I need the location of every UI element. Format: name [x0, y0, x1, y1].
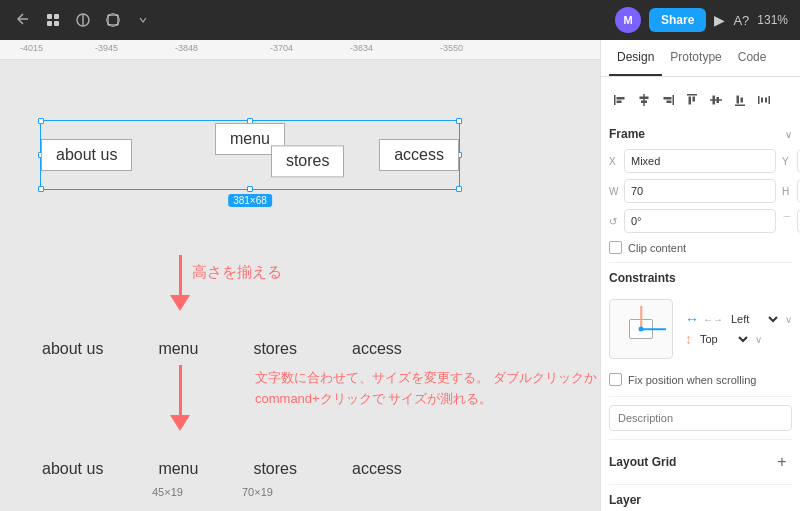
right-panel: Design Prototype Code: [600, 40, 800, 511]
layout-grid-title: Layout Grid: [609, 455, 676, 469]
ruler-mark: -4015: [20, 43, 43, 53]
align-row: [609, 85, 792, 115]
align-top-btn[interactable]: [681, 89, 703, 111]
svg-rect-23: [713, 96, 716, 105]
layer-header: Layer: [609, 493, 792, 507]
arrow-label-1: 高さを揃える: [192, 263, 282, 282]
main: -4015 -3945 -3848 -3704 -3634 -3550: [0, 40, 800, 511]
frame-arrow[interactable]: ∨: [785, 129, 792, 140]
y-group: Y: [782, 149, 800, 173]
selection-box[interactable]: about us menu stores access 381×68: [40, 120, 460, 190]
constraint-v-select[interactable]: Top Bottom Center Scale: [696, 332, 751, 346]
clip-content-label: Clip content: [628, 242, 686, 254]
svg-rect-17: [664, 97, 672, 100]
w-label: W: [609, 186, 621, 197]
svg-rect-1: [54, 14, 59, 19]
constraint-h-arrow: ↔: [685, 311, 699, 327]
frame-icon[interactable]: [102, 9, 124, 31]
x-label: X: [609, 156, 621, 167]
bottom-row: about us menu stores access: [42, 460, 402, 478]
panel-body: Frame ∨ X Y W: [601, 77, 800, 511]
a-button[interactable]: A?: [733, 13, 749, 28]
nav-item-access[interactable]: access: [379, 139, 459, 171]
comment-text: 文字数に合わせて、サイズを変更する。 ダブルクリックかcommand+クリックで…: [255, 368, 600, 410]
constraint-h-row: ↔ ←→ Left Right Center Scale ∨: [685, 311, 792, 327]
description-input[interactable]: [609, 405, 792, 431]
flat-nav-menu: menu: [158, 340, 198, 358]
tab-design[interactable]: Design: [609, 40, 662, 76]
svg-rect-13: [643, 94, 645, 106]
ruler-mark: -3945: [95, 43, 118, 53]
divider-4: [609, 484, 792, 485]
svg-rect-31: [765, 98, 767, 103]
arrow-head-1: [170, 295, 190, 311]
x-input[interactable]: [624, 149, 776, 173]
handle-bm[interactable]: [247, 186, 253, 192]
avatar[interactable]: M: [615, 7, 641, 33]
svg-rect-26: [737, 96, 740, 104]
handle-tr[interactable]: [456, 118, 462, 124]
svg-rect-15: [641, 101, 647, 104]
zoom-level[interactable]: 131%: [757, 13, 788, 27]
distribute-btn[interactable]: [753, 89, 775, 111]
nav-item-about-us[interactable]: about us: [41, 139, 132, 171]
align-left-btn[interactable]: [609, 89, 631, 111]
canvas[interactable]: -4015 -3945 -3848 -3704 -3634 -3550: [0, 40, 600, 511]
constraint-h-label: ←→: [703, 314, 723, 325]
align-bottom-btn[interactable]: [729, 89, 751, 111]
corner-label: ⌒: [782, 214, 794, 228]
handle-tl[interactable]: [38, 118, 44, 124]
flat-nav-about-us: about us: [42, 340, 103, 358]
share-button[interactable]: Share: [649, 8, 706, 32]
theme-icon[interactable]: [72, 9, 94, 31]
align-center-v-btn[interactable]: [705, 89, 727, 111]
svg-rect-2: [47, 21, 52, 26]
bot-nav-about-us: about us: [42, 460, 103, 478]
svg-rect-16: [673, 95, 675, 105]
svg-rect-22: [710, 99, 722, 101]
size-caption-2: 70×19: [242, 486, 273, 498]
ruler-mark: -3704: [270, 43, 293, 53]
toolbar-right: M Share ▶ A? 131%: [615, 7, 788, 33]
w-group: W: [609, 179, 776, 203]
component-icon[interactable]: [42, 9, 64, 31]
arrow-1: 高さを揃える: [170, 255, 190, 311]
corner-group: ⌒: [782, 209, 800, 233]
xy-row: X Y: [609, 149, 792, 173]
back-icon[interactable]: [12, 9, 34, 31]
tab-prototype[interactable]: Prototype: [662, 40, 729, 76]
w-input[interactable]: [624, 179, 776, 203]
svg-rect-29: [769, 96, 771, 104]
add-layout-grid-btn[interactable]: +: [772, 452, 792, 472]
dropdown-icon[interactable]: [132, 9, 154, 31]
play-button[interactable]: ▶: [714, 12, 725, 28]
rotation-group: ↺: [609, 209, 776, 233]
svg-rect-28: [758, 96, 760, 104]
svg-rect-21: [693, 97, 696, 102]
divider-1: [609, 262, 792, 263]
align-center-h-btn[interactable]: [633, 89, 655, 111]
rotation-input[interactable]: [624, 209, 776, 233]
fix-scroll-label: Fix position when scrolling: [628, 374, 756, 386]
flat-nav-stores: stores: [253, 340, 297, 358]
constraint-h-select[interactable]: Left Right Center Scale: [727, 312, 781, 326]
svg-rect-24: [717, 97, 720, 103]
svg-rect-9: [117, 18, 120, 22]
nav-item-stores[interactable]: stores: [271, 145, 345, 177]
tab-code[interactable]: Code: [730, 40, 775, 76]
x-group: X: [609, 149, 776, 173]
svg-rect-12: [617, 101, 622, 104]
fix-scroll-checkbox[interactable]: [609, 373, 622, 386]
bot-nav-stores: stores: [253, 460, 297, 478]
h-group: H: [782, 179, 800, 203]
clip-content-checkbox[interactable]: [609, 241, 622, 254]
handle-bl[interactable]: [38, 186, 44, 192]
svg-rect-30: [761, 98, 763, 103]
svg-rect-27: [741, 98, 744, 103]
rotation-row: ↺ ⌒: [609, 209, 792, 233]
constraint-dropdowns: ↔ ←→ Left Right Center Scale ∨ ↕: [685, 311, 792, 347]
svg-rect-18: [667, 101, 672, 104]
align-right-btn[interactable]: [657, 89, 679, 111]
handle-br[interactable]: [456, 186, 462, 192]
svg-rect-5: [108, 15, 118, 25]
